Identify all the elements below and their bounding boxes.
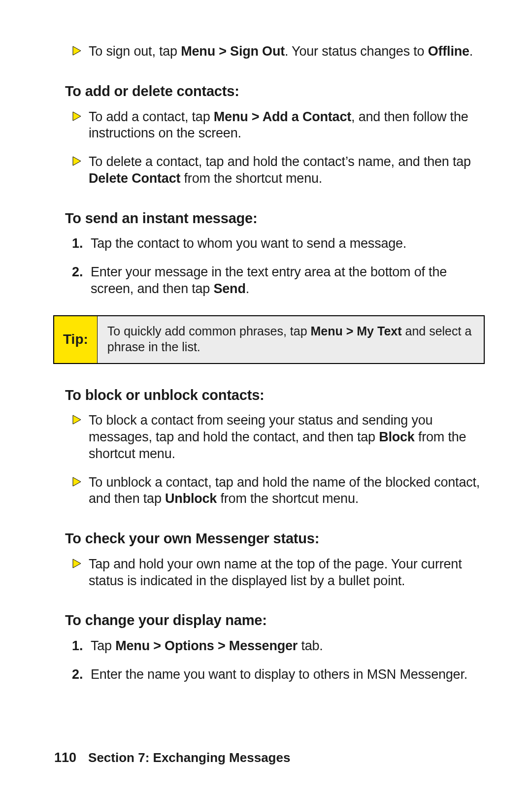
bold-text: Delete Contact (89, 171, 180, 186)
heading-send-im: To send an instant message: (65, 210, 485, 227)
bold-text: Menu > Add a Contact (214, 109, 351, 124)
bold-text: Send (213, 281, 245, 296)
text: from the shortcut menu. (180, 171, 322, 186)
bold-text: Unblock (165, 491, 217, 506)
tip-label: Tip: (54, 316, 98, 363)
list-item-text: To add a contact, tap Menu > Add a Conta… (89, 109, 485, 142)
triangle-right-icon (72, 154, 89, 168)
text: To quickly add common phrases, tap (107, 324, 311, 338)
text: To add a contact, tap (89, 109, 214, 124)
bold-text: Offline (428, 44, 469, 59)
text: To sign out, tap (89, 44, 181, 59)
signout-text: To sign out, tap Menu > Sign Out. Your s… (89, 43, 473, 60)
list-item-text: To unblock a contact, tap and hold the n… (89, 474, 485, 508)
block-bullet: To block a contact from seeing your stat… (65, 412, 485, 462)
step-number: 2. (72, 666, 91, 683)
unblock-bullet: To unblock a contact, tap and hold the n… (65, 474, 485, 508)
text: Enter your message in the text entry are… (91, 265, 447, 296)
footer: 110 Section 7: Exchanging Messages (54, 750, 290, 765)
send-step-2: 2. Enter your message in the text entry … (65, 264, 485, 298)
text: tab. (298, 638, 323, 653)
step-text: Enter your message in the text entry are… (91, 264, 485, 298)
page: To sign out, tap Menu > Sign Out. Your s… (0, 0, 532, 795)
bold-text: Block (379, 430, 415, 444)
text: from the shortcut menu. (217, 491, 359, 506)
list-item-text: To delete a contact, tap and hold the co… (89, 154, 485, 187)
text: To delete a contact, tap and hold the co… (89, 154, 471, 169)
check-status-bullet: Tap and hold your own name at the top of… (65, 556, 485, 590)
bold-text: Menu > Options > Messenger (115, 638, 298, 653)
step-number: 1. (72, 235, 91, 252)
send-step-1: 1. Tap the contact to whom you want to s… (65, 235, 485, 252)
page-number: 110 (54, 750, 76, 765)
step-text: Tap the contact to whom you want to send… (91, 235, 406, 252)
text: . (469, 44, 473, 59)
triangle-right-icon (72, 412, 89, 427)
step-number: 1. (72, 638, 91, 655)
svg-marker-5 (73, 559, 81, 568)
step-text: Tap Menu > Options > Messenger tab. (91, 638, 323, 655)
add-contact-bullet: To add a contact, tap Menu > Add a Conta… (65, 109, 485, 142)
triangle-right-icon (72, 474, 89, 489)
heading-display-name: To change your display name: (65, 612, 485, 629)
text: Tap and hold your own name at the top of… (89, 557, 462, 588)
svg-marker-1 (73, 112, 81, 121)
svg-marker-2 (73, 157, 81, 166)
svg-marker-3 (73, 415, 81, 424)
display-step-2: 2. Enter the name you want to display to… (65, 666, 485, 683)
step-text: Enter the name you want to display to ot… (91, 666, 467, 683)
list-item-text: To block a contact from seeing your stat… (89, 412, 485, 462)
triangle-right-icon (72, 43, 89, 58)
tip-box: Tip: To quickly add common phrases, tap … (53, 315, 485, 364)
text: . Your status changes to (285, 44, 428, 59)
triangle-right-icon (72, 556, 89, 570)
svg-marker-4 (73, 477, 81, 486)
bold-text: Menu > Sign Out (181, 44, 285, 59)
signout-bullet: To sign out, tap Menu > Sign Out. Your s… (65, 43, 485, 60)
heading-block: To block or unblock contacts: (65, 387, 485, 404)
bold-text: Menu > My Text (311, 324, 402, 338)
text: Tap the contact to whom you want to send… (91, 236, 406, 251)
text: . (246, 281, 249, 296)
footer-section-title: Section 7: Exchanging Messages (88, 750, 290, 765)
delete-contact-bullet: To delete a contact, tap and hold the co… (65, 154, 485, 187)
step-number: 2. (72, 264, 91, 281)
list-item-text: Tap and hold your own name at the top of… (89, 556, 485, 590)
tip-body: To quickly add common phrases, tap Menu … (98, 316, 484, 363)
display-step-1: 1. Tap Menu > Options > Messenger tab. (65, 638, 485, 655)
text: Enter the name you want to display to ot… (91, 667, 467, 682)
heading-add-delete: To add or delete contacts: (65, 83, 485, 100)
triangle-right-icon (72, 109, 89, 123)
content-area: To sign out, tap Menu > Sign Out. Your s… (65, 38, 485, 695)
heading-check-status: To check your own Messenger status: (65, 530, 485, 547)
text: Tap (91, 638, 115, 653)
svg-marker-0 (73, 46, 81, 55)
